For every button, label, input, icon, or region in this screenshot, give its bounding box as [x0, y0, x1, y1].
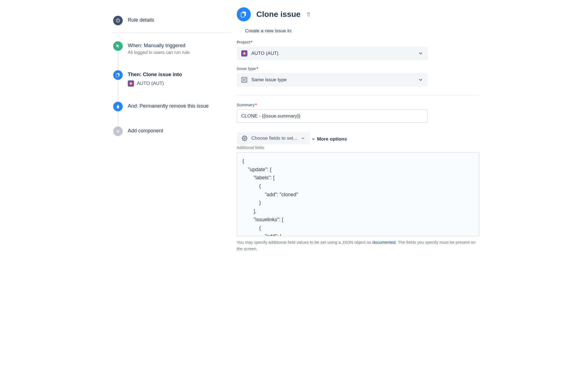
- gear-icon: [242, 135, 247, 141]
- add-component-row[interactable]: Add component: [113, 127, 231, 136]
- svg-rect-8: [241, 13, 245, 17]
- page-title: Clone issue: [256, 10, 300, 19]
- svg-point-9: [244, 138, 245, 139]
- project-avatar-icon: [241, 50, 247, 57]
- info-icon: [113, 16, 123, 25]
- and-title: And: Permanently remove this issue: [128, 103, 209, 109]
- svg-point-2: [118, 20, 118, 20]
- clone-icon: [113, 70, 123, 80]
- delete-icon: [113, 102, 123, 111]
- additional-fields-editor[interactable]: { "update": { "labels": [ { "add": "clon…: [237, 152, 479, 236]
- delete-action-button[interactable]: [306, 12, 311, 17]
- section-divider: [237, 95, 479, 95]
- issuetype-value: Same issue type: [251, 77, 287, 83]
- when-title: When: Manually triggered: [128, 42, 191, 49]
- then-step[interactable]: Then: Clone issue into AUTO (AUT): [113, 70, 231, 101]
- choose-fields-label: Choose fields to set...: [251, 135, 297, 141]
- project-select[interactable]: AUTO (AUT): [237, 47, 428, 60]
- additional-fields-label: Additional fields: [237, 145, 479, 150]
- and-step[interactable]: And: Permanently remove this issue: [113, 102, 231, 127]
- when-sub: All logged in users can run rule.: [128, 50, 191, 55]
- additional-fields-help: You may specify additional field values …: [237, 239, 479, 252]
- project-label: Project*: [237, 40, 479, 44]
- trigger-icon: [113, 41, 123, 51]
- rule-sidebar: Rule details When: Manually triggered Al…: [97, 7, 237, 252]
- issuetype-select[interactable]: Same issue type: [237, 73, 428, 87]
- rule-details-label: Rule details: [128, 17, 154, 23]
- svg-rect-4: [116, 74, 118, 77]
- then-project-label: AUTO (AUT): [137, 81, 164, 86]
- chevron-down-icon: [418, 77, 423, 82]
- action-panel: Clone issue Create a new issue in: Proje…: [237, 7, 491, 252]
- issuetype-label: Issue type*: [237, 66, 479, 71]
- project-value: AUTO (AUT): [251, 51, 279, 56]
- summary-label: Summary*: [237, 103, 479, 107]
- rule-details-row[interactable]: Rule details: [113, 16, 231, 25]
- then-title: Then: Clone issue into: [128, 71, 182, 78]
- plus-icon: [113, 127, 123, 136]
- project-avatar-icon: [128, 80, 134, 87]
- create-in-label: Create a new issue in:: [245, 28, 479, 34]
- then-project: AUTO (AUT): [128, 80, 182, 87]
- add-component-label: Add component: [128, 128, 163, 134]
- sidebar-divider: [113, 33, 231, 33]
- chevron-down-icon: [301, 136, 305, 140]
- additional-fields-content: { "update": { "labels": [ { "add": "clon…: [242, 157, 474, 236]
- more-options-label: More options: [317, 136, 347, 142]
- chevron-down-icon: [311, 137, 315, 141]
- chevron-down-icon: [418, 51, 423, 56]
- clone-header-icon: [237, 7, 251, 21]
- more-options-toggle[interactable]: More options: [311, 136, 347, 142]
- choose-fields-button[interactable]: Choose fields to set...: [237, 132, 310, 144]
- issuetype-icon: [241, 77, 247, 83]
- summary-input[interactable]: [237, 109, 428, 123]
- when-step[interactable]: When: Manually triggered All logged in u…: [113, 41, 231, 70]
- documented-link[interactable]: documented: [372, 240, 396, 245]
